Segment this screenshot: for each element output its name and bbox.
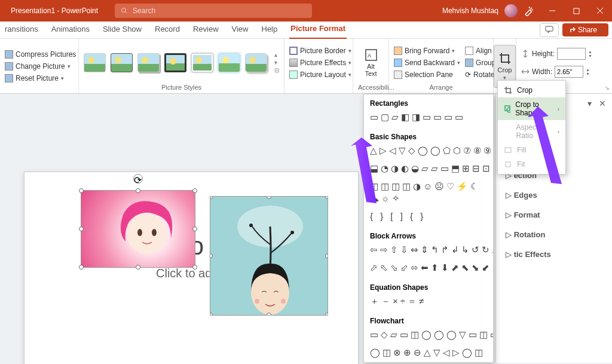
- align-icon: [465, 47, 473, 55]
- handle[interactable]: [210, 313, 213, 316]
- crop-menu-crop[interactable]: Crop: [498, 83, 565, 97]
- svg-text:A: A: [368, 53, 371, 59]
- chevron-right-icon: ›: [558, 129, 559, 135]
- pane-close-button[interactable]: ✕: [599, 99, 606, 108]
- alt-text-button[interactable]: A Alt Text: [361, 47, 381, 78]
- crop-menu-to-shape[interactable]: Crop to Shape ›: [498, 97, 565, 120]
- handle[interactable]: [192, 265, 197, 270]
- compress-pictures-button[interactable]: Compress Pictures: [5, 49, 76, 60]
- shapes-row-flowchart[interactable]: ◯◫⊗⊕⊖△▽◁▷◯◫: [364, 345, 493, 363]
- maximize-button[interactable]: [564, 0, 588, 22]
- change-picture-button[interactable]: Change Picture▾: [5, 61, 71, 72]
- selected-image-1[interactable]: ⟳: [81, 190, 195, 268]
- share-button[interactable]: Share▾: [562, 23, 608, 36]
- handle[interactable]: [79, 227, 84, 231]
- tab-animations[interactable]: Animations: [50, 22, 91, 38]
- send-backward-button[interactable]: Send Backward▾: [394, 57, 460, 68]
- shapes-gallery[interactable]: Rectangles ▭▢▱◧◨▭▭▭▭ Basic Shapes △▷◁▽◇◯…: [363, 94, 494, 363]
- picture-style-2[interactable]: [111, 53, 133, 72]
- height-row[interactable]: Height: ▲▼: [521, 48, 592, 60]
- shapes-row-basic[interactable]: △▷◁▽◇◯◯⬠⬡⑦⑧⑨⑩: [364, 143, 493, 161]
- svg-rect-20: [505, 148, 511, 152]
- shapes-row-basic[interactable]: { } [ ] { }: [364, 209, 493, 227]
- handle[interactable]: [267, 313, 271, 316]
- shapes-row-arrows[interactable]: ⇦⇨⇧⇩⇔⇕↰↱↲↳↺↻⤴⤵: [364, 243, 493, 261]
- crop-icon: [498, 52, 512, 65]
- picture-style-1[interactable]: [84, 53, 106, 72]
- handle[interactable]: [136, 188, 140, 193]
- handle[interactable]: [136, 265, 140, 270]
- tab-view[interactable]: View: [231, 22, 250, 38]
- minimize-button[interactable]: [540, 0, 564, 22]
- handle[interactable]: [325, 253, 328, 258]
- height-input[interactable]: [557, 48, 586, 60]
- crop-menu-fill: Fill: [498, 143, 565, 157]
- slide-canvas[interactable]: to a Click to add ⟳: [24, 172, 359, 364]
- subtitle-placeholder[interactable]: Click to add: [156, 267, 219, 280]
- rotate-handle-1[interactable]: ⟳: [133, 174, 143, 183]
- handle[interactable]: [79, 188, 84, 193]
- pane-item[interactable]: ▷ Format: [506, 205, 602, 225]
- shapes-row-basic[interactable]: ◫◫◫◫◑☺☹♡⚡☾☁☼✧: [364, 179, 493, 209]
- styles-gallery-button[interactable]: ⊟: [274, 67, 279, 74]
- picture-style-3[interactable]: [137, 53, 160, 72]
- handle[interactable]: [79, 265, 84, 270]
- styles-more-down[interactable]: ▾: [274, 59, 279, 66]
- alt-text-icon: A: [365, 48, 378, 62]
- layout-icon: [289, 71, 298, 79]
- change-picture-icon: [5, 62, 13, 71]
- width-input[interactable]: [555, 66, 583, 78]
- bring-forward-button[interactable]: Bring Forward▾: [394, 45, 460, 56]
- width-icon: [521, 68, 530, 76]
- svg-point-14: [290, 231, 294, 234]
- tab-slideshow[interactable]: Slide Show: [102, 22, 143, 38]
- tab-transitions[interactable]: ransitions: [4, 22, 39, 38]
- tab-record[interactable]: Record: [154, 22, 181, 38]
- avatar[interactable]: [504, 4, 518, 17]
- tab-help[interactable]: Help: [261, 22, 279, 38]
- handle[interactable]: [192, 227, 197, 231]
- shapes-row-flowchart[interactable]: ▭◇▱▭◫◯◯◯▽▭◫▭: [364, 328, 493, 345]
- handle[interactable]: [325, 196, 328, 199]
- styles-more-up[interactable]: ▴: [274, 51, 279, 58]
- shapes-row-basic[interactable]: ⬓◔◑◐◒▱▱▭⬒⊞⊟⊡: [364, 161, 493, 179]
- picture-style-4[interactable]: [164, 53, 186, 72]
- search-box[interactable]: Search: [115, 4, 312, 18]
- handle[interactable]: [192, 188, 197, 193]
- document-title: Presentation1 - PowerPoint: [0, 7, 109, 15]
- reset-icon: [5, 74, 13, 82]
- tab-picture-format[interactable]: Picture Format: [289, 22, 347, 39]
- handle[interactable]: [325, 313, 328, 316]
- picture-style-7[interactable]: [245, 53, 267, 72]
- width-up[interactable]: ▲: [586, 68, 590, 72]
- picture-border-button[interactable]: Picture Border▾: [289, 45, 351, 56]
- pane-item[interactable]: ▷ Rotation: [506, 225, 602, 244]
- picture-layout-button[interactable]: Picture Layout▾: [289, 69, 351, 80]
- reset-picture-button[interactable]: Reset Picture▾: [5, 73, 64, 84]
- shapes-heading-equation: Equation Shapes: [364, 279, 493, 294]
- picture-style-6[interactable]: [218, 53, 240, 72]
- width-down[interactable]: ▼: [586, 72, 590, 76]
- height-up[interactable]: ▲: [588, 50, 592, 54]
- close-button[interactable]: [588, 0, 612, 22]
- pane-options-button[interactable]: ▾: [587, 99, 592, 108]
- selection-pane-button[interactable]: Selection Pane: [394, 69, 460, 80]
- shapes-row-arrows[interactable]: ⬀⬁⬂⬃⬄⬅⬆⬇⬈⬉⬊⬋: [364, 261, 493, 279]
- picture-style-5[interactable]: [191, 53, 213, 72]
- svg-rect-21: [506, 162, 510, 167]
- pane-item[interactable]: ▷ tic Effects: [506, 244, 602, 264]
- height-down[interactable]: ▼: [588, 54, 592, 58]
- shapes-row-equation[interactable]: ＋－×÷＝≠: [364, 294, 493, 312]
- tab-review[interactable]: Review: [192, 22, 220, 38]
- selected-image-2[interactable]: ⟳: [210, 196, 328, 316]
- svg-point-16: [255, 299, 259, 304]
- shapes-row-rectangles[interactable]: ▭▢▱◧◨▭▭▭▭: [364, 110, 493, 128]
- carrot-icon[interactable]: [524, 5, 534, 16]
- crop-menu-aspect[interactable]: Aspect Ratio ›: [498, 120, 565, 143]
- width-row[interactable]: Width: ▲▼: [521, 66, 590, 78]
- picture-effects-button[interactable]: Picture Effects▾: [289, 57, 351, 68]
- pane-item[interactable]: ▷ Edges: [506, 185, 602, 205]
- size-launcher[interactable]: ↘: [605, 85, 610, 91]
- svg-point-17: [281, 299, 286, 304]
- comments-button[interactable]: [540, 23, 559, 37]
